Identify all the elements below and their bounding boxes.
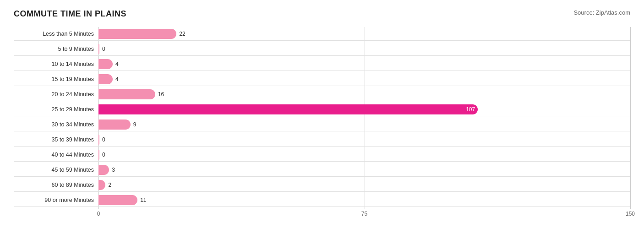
bar-fill: 16 bbox=[98, 89, 155, 99]
bar-value: 4 bbox=[115, 76, 119, 82]
bar-row: 30 to 34 Minutes9 bbox=[14, 118, 630, 131]
bar-label: 90 or more Minutes bbox=[14, 197, 98, 203]
bar-fill: 22 bbox=[98, 29, 176, 39]
bar-track: 0 bbox=[98, 135, 630, 145]
bar-track: 16 bbox=[98, 89, 630, 99]
bar-track: 22 bbox=[98, 29, 630, 39]
bar-track: 11 bbox=[98, 195, 630, 205]
bar-row: 15 to 19 Minutes4 bbox=[14, 72, 630, 86]
bar-value: 107 bbox=[466, 106, 475, 113]
bar-track: 9 bbox=[98, 120, 630, 130]
bar-value: 9 bbox=[133, 121, 136, 128]
bar-row: 40 to 44 Minutes0 bbox=[14, 148, 630, 162]
bar-fill: 9 bbox=[98, 120, 131, 130]
bar-row: 20 to 24 Minutes16 bbox=[14, 87, 630, 101]
bar-label: 25 to 29 Minutes bbox=[14, 106, 98, 113]
bar-track: 4 bbox=[98, 59, 630, 69]
bar-row: 10 to 14 Minutes4 bbox=[14, 57, 630, 71]
chart-header: COMMUTE TIME IN PLAINS Source: ZipAtlas.… bbox=[14, 9, 630, 19]
chart-title: COMMUTE TIME IN PLAINS bbox=[14, 9, 126, 19]
bar-label: Less than 5 Minutes bbox=[14, 31, 98, 37]
bar-value: 3 bbox=[112, 167, 115, 173]
bar-row: 35 to 39 Minutes0 bbox=[14, 133, 630, 147]
bar-row: 90 or more Minutes11 bbox=[14, 193, 630, 207]
bar-label: 30 to 34 Minutes bbox=[14, 121, 98, 128]
bar-label: 40 to 44 Minutes bbox=[14, 152, 98, 158]
bar-label: 20 to 24 Minutes bbox=[14, 91, 98, 98]
bar-label: 45 to 59 Minutes bbox=[14, 167, 98, 173]
bar-label: 60 to 89 Minutes bbox=[14, 182, 98, 188]
bar-label: 5 to 9 Minutes bbox=[14, 46, 98, 52]
bar-fill: 0 bbox=[98, 44, 99, 54]
bar-track: 107 bbox=[98, 104, 630, 114]
bar-fill: 3 bbox=[98, 165, 109, 175]
bar-value: 16 bbox=[158, 91, 164, 98]
bar-row: 60 to 89 Minutes2 bbox=[14, 178, 630, 192]
bar-row: 45 to 59 Minutes3 bbox=[14, 163, 630, 177]
bar-fill: 2 bbox=[98, 180, 105, 190]
x-axis: 075150 bbox=[98, 211, 630, 220]
bar-fill: 107 bbox=[98, 104, 478, 114]
bar-track: 4 bbox=[98, 74, 630, 84]
chart-area: Less than 5 Minutes225 to 9 Minutes010 t… bbox=[14, 27, 630, 220]
bar-value: 2 bbox=[108, 182, 111, 188]
bar-fill: 11 bbox=[98, 195, 137, 205]
bar-row: 5 to 9 Minutes0 bbox=[14, 42, 630, 56]
bar-value: 0 bbox=[102, 136, 105, 143]
x-tick: 75 bbox=[361, 211, 367, 217]
bar-value: 11 bbox=[140, 197, 146, 203]
bar-row: 25 to 29 Minutes107 bbox=[14, 103, 630, 116]
bars-container: Less than 5 Minutes225 to 9 Minutes010 t… bbox=[14, 27, 630, 207]
bar-label: 35 to 39 Minutes bbox=[14, 136, 98, 143]
x-tick: 150 bbox=[626, 211, 635, 217]
bar-label: 15 to 19 Minutes bbox=[14, 76, 98, 82]
bar-value: 0 bbox=[102, 152, 105, 158]
bar-value: 0 bbox=[102, 46, 105, 52]
bar-track: 2 bbox=[98, 180, 630, 190]
bar-value: 22 bbox=[179, 31, 185, 37]
bar-track: 0 bbox=[98, 150, 630, 160]
bar-track: 0 bbox=[98, 44, 630, 54]
bar-fill: 0 bbox=[98, 150, 99, 160]
bar-fill: 4 bbox=[98, 59, 113, 69]
bar-fill: 4 bbox=[98, 74, 113, 84]
bar-fill: 0 bbox=[98, 135, 99, 145]
bar-row: Less than 5 Minutes22 bbox=[14, 27, 630, 41]
x-tick: 0 bbox=[97, 211, 100, 217]
source-label: Source: ZipAtlas.com bbox=[573, 9, 630, 16]
bar-track: 3 bbox=[98, 165, 630, 175]
bar-label: 10 to 14 Minutes bbox=[14, 61, 98, 67]
bar-value: 4 bbox=[115, 61, 119, 67]
